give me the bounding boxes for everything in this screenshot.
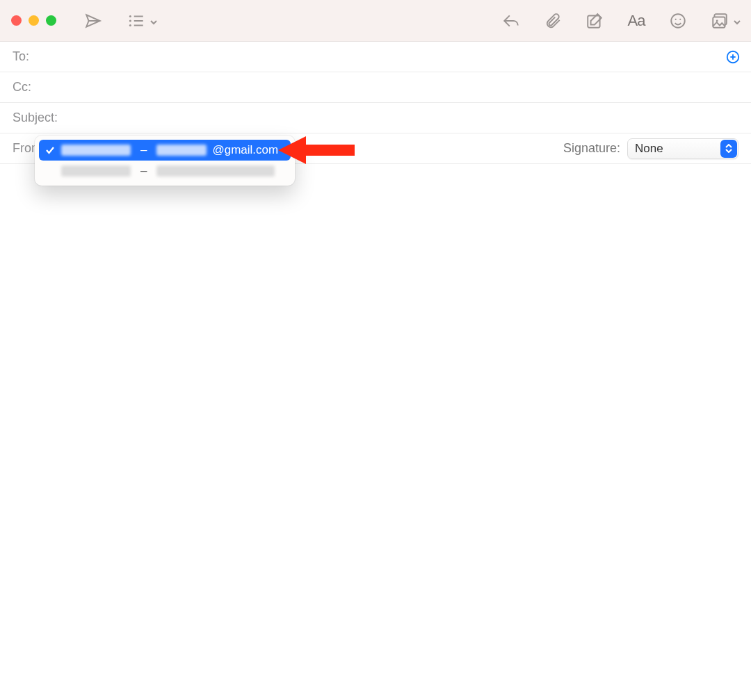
font-format-button[interactable]: Aa bbox=[626, 10, 647, 31]
signature-select[interactable]: None bbox=[627, 138, 738, 159]
from-account-option[interactable]: – @gmail.com bbox=[39, 140, 291, 161]
svg-point-8 bbox=[675, 18, 677, 19]
subject-field-row[interactable]: Subject: bbox=[0, 103, 751, 133]
from-account-option[interactable]: – bbox=[39, 161, 291, 181]
to-label: To: bbox=[13, 49, 29, 64]
from-account-dropdown: – @gmail.com – bbox=[35, 136, 295, 186]
signature-value: None bbox=[635, 142, 663, 156]
cc-field-row[interactable]: Cc: bbox=[0, 72, 751, 103]
account-name-redacted bbox=[61, 145, 131, 156]
up-down-stepper-icon bbox=[720, 140, 737, 158]
photo-icon bbox=[709, 10, 730, 31]
separator: – bbox=[140, 143, 147, 157]
to-field-row[interactable]: To: bbox=[0, 42, 751, 72]
separator: – bbox=[140, 164, 147, 178]
zoom-window-button[interactable] bbox=[46, 15, 56, 26]
account-name-redacted bbox=[61, 165, 131, 177]
svg-point-12 bbox=[716, 19, 718, 22]
svg-point-2 bbox=[129, 24, 131, 26]
header-fields-toggle[interactable] bbox=[126, 10, 158, 31]
account-email-redacted bbox=[156, 165, 275, 177]
cc-label: Cc: bbox=[13, 80, 31, 95]
svg-rect-11 bbox=[713, 17, 725, 27]
svg-point-0 bbox=[129, 15, 131, 17]
reply-icon[interactable] bbox=[501, 10, 522, 31]
account-email-local-redacted bbox=[156, 145, 207, 156]
close-window-button[interactable] bbox=[11, 15, 22, 26]
subject-label: Subject: bbox=[13, 111, 58, 125]
send-icon[interactable] bbox=[83, 10, 104, 31]
minimize-window-button[interactable] bbox=[29, 15, 39, 26]
photo-browser-button[interactable] bbox=[709, 10, 741, 31]
svg-point-1 bbox=[129, 19, 131, 22]
signature-label: Signature: bbox=[563, 141, 620, 156]
list-icon bbox=[126, 10, 147, 31]
account-email-domain: @gmail.com bbox=[212, 143, 278, 157]
svg-point-7 bbox=[671, 14, 685, 28]
checkmark-icon bbox=[45, 165, 56, 177]
to-input[interactable] bbox=[33, 49, 738, 65]
svg-point-9 bbox=[679, 18, 681, 19]
window-titlebar: Aa bbox=[0, 0, 751, 42]
chevron-down-icon bbox=[150, 17, 158, 25]
cc-input[interactable] bbox=[35, 79, 738, 95]
compose-icon[interactable] bbox=[584, 10, 605, 31]
paperclip-icon[interactable] bbox=[542, 10, 563, 31]
window-controls bbox=[11, 15, 56, 26]
add-recipient-button[interactable] bbox=[725, 49, 741, 65]
subject-input[interactable] bbox=[62, 110, 738, 126]
checkmark-icon bbox=[45, 145, 56, 156]
emoji-icon[interactable] bbox=[668, 10, 688, 31]
chevron-down-icon bbox=[733, 17, 741, 25]
